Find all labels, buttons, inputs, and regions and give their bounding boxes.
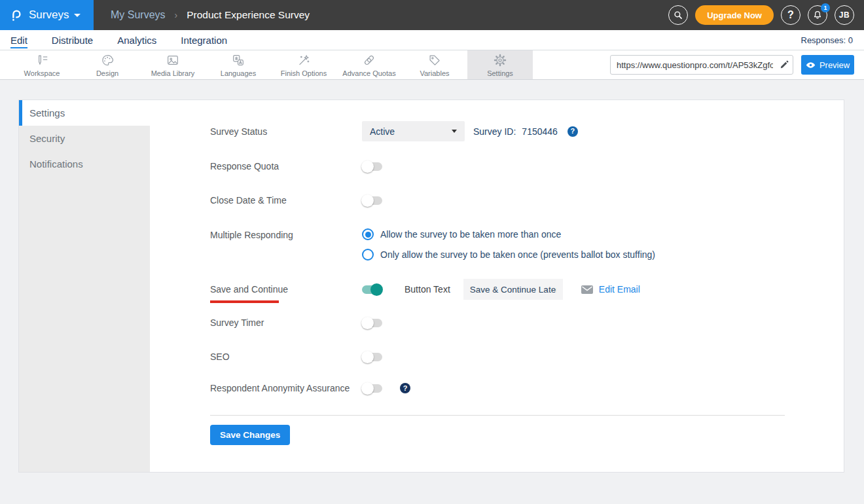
variables-icon bbox=[427, 53, 442, 67]
survey-url-input[interactable] bbox=[611, 60, 776, 70]
toolbar-item-languages[interactable]: Languages bbox=[206, 50, 271, 79]
response-quota-label: Response Quota bbox=[210, 161, 362, 171]
button-text-label: Button Text bbox=[405, 284, 450, 295]
settings-sidebar: Settings Security Notifications bbox=[19, 100, 150, 472]
toggle-knob bbox=[361, 194, 374, 207]
edit-toolbar: Workspace Design Media Library Languages… bbox=[0, 50, 864, 80]
button-text-input[interactable] bbox=[463, 279, 563, 300]
save-and-continue-label: Save and Continue bbox=[210, 284, 362, 295]
languages-icon bbox=[231, 53, 245, 67]
radio-option-once[interactable]: Only allow the survey to be taken once (… bbox=[362, 249, 655, 261]
preview-button[interactable]: Preview bbox=[801, 55, 854, 75]
search-icon bbox=[673, 10, 683, 20]
close-date-label: Close Date & Time bbox=[210, 195, 362, 206]
responses-count: Responses: 0 bbox=[801, 35, 864, 45]
anonymity-help-icon[interactable]: ? bbox=[400, 383, 410, 393]
survey-url-box bbox=[610, 55, 793, 75]
red-underline-highlight bbox=[210, 300, 279, 303]
save-and-continue-toggle[interactable] bbox=[362, 285, 382, 294]
chevron-down-icon bbox=[74, 14, 81, 17]
tab-analytics[interactable]: Analytics bbox=[117, 35, 156, 46]
header-actions: Upgrade Now ? 1 JB bbox=[668, 5, 864, 25]
help-button[interactable]: ? bbox=[781, 5, 801, 25]
workspace-icon bbox=[35, 53, 49, 67]
toggle-knob bbox=[370, 283, 383, 296]
toolbar-item-settings[interactable]: Settings bbox=[467, 50, 533, 79]
multiple-responding-row: Multiple Responding Allow the survey to … bbox=[210, 228, 655, 261]
radio-option-multiple[interactable]: Allow the survey to be taken more than o… bbox=[362, 228, 655, 240]
survey-tabbar: Edit Distribute Analytics Integration Re… bbox=[0, 30, 864, 50]
notification-badge: 1 bbox=[821, 3, 830, 12]
settings-panel: Settings Security Notifications Survey S… bbox=[18, 99, 844, 473]
survey-id-value: 7150446 bbox=[522, 126, 558, 137]
survey-status-value: Active bbox=[370, 126, 395, 137]
save-changes-button[interactable]: Save Changes bbox=[210, 425, 290, 445]
close-date-row: Close Date & Time bbox=[210, 194, 382, 207]
advance-quotas-icon bbox=[362, 53, 376, 67]
multiple-responding-options: Allow the survey to be taken more than o… bbox=[362, 228, 655, 261]
close-date-toggle[interactable] bbox=[362, 196, 382, 205]
edit-email-link: Edit Email bbox=[599, 284, 640, 295]
respondent-anonymity-label: Respondent Anonymity Assurance bbox=[210, 383, 362, 393]
avatar-initials: JB bbox=[839, 10, 850, 20]
survey-id-help-icon[interactable]: ? bbox=[567, 126, 578, 137]
toggle-knob bbox=[361, 382, 374, 395]
tab-integration[interactable]: Integration bbox=[181, 35, 227, 46]
eye-icon bbox=[806, 62, 816, 69]
survey-status-label: Survey Status bbox=[210, 126, 362, 137]
respondent-anonymity-toggle[interactable] bbox=[362, 384, 382, 393]
toggle-knob bbox=[361, 351, 374, 363]
avatar[interactable]: JB bbox=[835, 5, 854, 25]
survey-status-row: Survey Status Active Survey ID: 7150446 … bbox=[210, 121, 578, 141]
question-mark-icon: ? bbox=[787, 9, 794, 21]
save-and-continue-row: Save and Continue Button Text Edit Email bbox=[210, 279, 640, 300]
settings-icon bbox=[493, 53, 507, 67]
toolbar-item-media-library[interactable]: Media Library bbox=[140, 50, 206, 79]
section-divider bbox=[210, 415, 785, 416]
product-menu-label: Surveys bbox=[29, 9, 69, 22]
design-icon bbox=[100, 53, 115, 67]
chevron-down-icon bbox=[452, 130, 457, 133]
notifications-button[interactable]: 1 bbox=[808, 5, 827, 25]
toolbar-item-finish-options[interactable]: Finish Options bbox=[271, 50, 336, 79]
edit-email-action[interactable]: Edit Email bbox=[581, 284, 640, 295]
top-header: Surveys My Surveys › Product Experience … bbox=[0, 0, 864, 30]
toolbar-item-advance-quotas[interactable]: Advance Quotas bbox=[336, 50, 402, 79]
response-quota-row: Response Quota bbox=[210, 160, 382, 173]
tab-edit[interactable]: Edit bbox=[10, 35, 27, 46]
sidebar-item-notifications[interactable]: Notifications bbox=[19, 151, 150, 177]
toggle-knob bbox=[361, 160, 374, 173]
breadcrumb-separator: › bbox=[175, 10, 178, 20]
seo-label: SEO bbox=[210, 351, 362, 362]
response-quota-toggle[interactable] bbox=[362, 162, 382, 171]
edit-url-button[interactable] bbox=[776, 60, 793, 69]
radio-unselected-icon bbox=[362, 249, 374, 261]
breadcrumb-my-surveys[interactable]: My Surveys bbox=[111, 9, 166, 21]
media-library-icon bbox=[166, 53, 180, 67]
survey-timer-row: Survey Timer bbox=[210, 316, 382, 329]
finish-options-icon bbox=[297, 53, 311, 67]
product-switcher[interactable]: Surveys bbox=[0, 0, 94, 30]
radio-selected-icon bbox=[362, 228, 374, 240]
survey-status-select[interactable]: Active bbox=[362, 121, 465, 141]
survey-id-label: Survey ID: bbox=[473, 126, 516, 137]
breadcrumb: My Surveys › Product Experience Survey bbox=[111, 9, 310, 21]
respondent-anonymity-row: Respondent Anonymity Assurance ? bbox=[210, 382, 410, 395]
toolbar-item-design[interactable]: Design bbox=[75, 50, 140, 79]
page-title: Product Experience Survey bbox=[187, 9, 310, 21]
questionpro-logo-icon bbox=[9, 8, 23, 22]
search-button[interactable] bbox=[668, 5, 688, 25]
toolbar-item-workspace[interactable]: Workspace bbox=[9, 50, 75, 79]
seo-toggle[interactable] bbox=[362, 353, 382, 361]
pencil-icon bbox=[780, 60, 789, 69]
toggle-knob bbox=[361, 317, 374, 329]
envelope-icon bbox=[581, 285, 593, 294]
tab-distribute[interactable]: Distribute bbox=[52, 35, 93, 46]
seo-row: SEO bbox=[210, 350, 382, 363]
survey-timer-toggle[interactable] bbox=[362, 319, 382, 327]
survey-timer-label: Survey Timer bbox=[210, 317, 362, 328]
upgrade-now-button[interactable]: Upgrade Now bbox=[695, 5, 774, 25]
sidebar-item-security[interactable]: Security bbox=[19, 126, 150, 151]
sidebar-item-settings[interactable]: Settings bbox=[19, 100, 150, 126]
toolbar-item-variables[interactable]: Variables bbox=[402, 50, 467, 79]
